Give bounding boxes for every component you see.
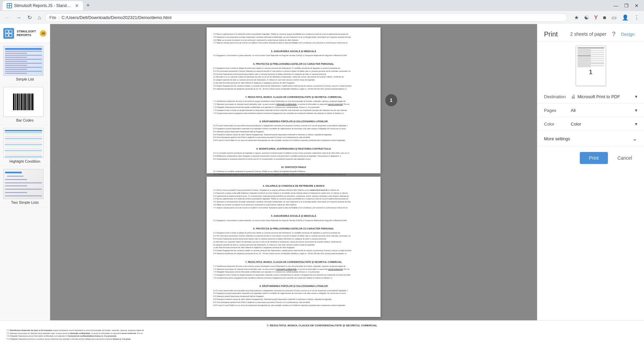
sidebar-item-label-bar-codes: Bar Codes xyxy=(3,118,46,122)
destination-label: Destination xyxy=(544,94,567,99)
address-url: C:/Users/Dell/Downloads/Demo202321/Demo/… xyxy=(62,15,172,20)
tab-close-button[interactable]: ✕ xyxy=(75,3,79,8)
more-settings-button[interactable]: More settings ⌄ xyxy=(537,131,644,146)
section9-title: 9. MODIFICAREA, SUSPENDAREA ȘI ÎNCETAREA… xyxy=(213,147,374,151)
minimize-button[interactable]: — xyxy=(611,2,621,10)
thumb-line-16 xyxy=(577,62,604,63)
color-dropdown-button[interactable]: ▾ xyxy=(635,121,637,127)
thumb-line-6 xyxy=(577,52,604,53)
thumb-line-20 xyxy=(577,66,591,67)
tab-title: Stimulsoft Reports.JS - Standalon... xyxy=(14,3,73,8)
profile-button[interactable]: 👤 xyxy=(620,13,631,22)
sidebar-item-bar-codes[interactable]: Bar Codes xyxy=(0,84,50,125)
sidebar-item-highlight-condition[interactable]: Highlight Condition xyxy=(0,125,50,166)
forward-button[interactable]: → xyxy=(14,13,23,22)
color-value: Color ▾ xyxy=(571,121,637,127)
svg-rect-1 xyxy=(10,4,11,5)
printer-icon: 🖨 xyxy=(571,94,575,99)
restore-button[interactable]: ❐ xyxy=(622,2,631,10)
sidebar-item-label-two-simple-lists: Two Simple Lists xyxy=(3,200,46,204)
address-protocol: File xyxy=(49,15,57,20)
address-separator: | xyxy=(59,15,60,20)
sidebar: STIMULSOFT REPORTS JS xyxy=(0,24,50,320)
sidebar-item-simple-list[interactable]: Simple List xyxy=(0,43,50,84)
extensions-button[interactable]: ☯ xyxy=(582,13,591,22)
highlight-thumb xyxy=(3,128,43,158)
page2-section6-title: 6. PROTECȚIA ȘI PRELUCRAREA DATELOR CU C… xyxy=(213,227,374,230)
new-tab-button[interactable]: + xyxy=(83,1,93,10)
destination-value: 🖨 Microsoft Print to PDF ▾ xyxy=(571,94,637,99)
puzzle-button[interactable]: ■ xyxy=(601,13,608,22)
section6-title: 6. PROTECȚIA ȘI PRELUCRAREA DATELOR CU C… xyxy=(213,62,374,66)
pages-dropdown-button[interactable]: ▾ xyxy=(635,108,637,113)
bottom-text-area: 7. REZULTATUL MUNCII, CLAUZA DE CONFIDEN… xyxy=(0,320,644,344)
yandex-button[interactable]: Y xyxy=(592,13,600,22)
print-thumbnail-area: 1 xyxy=(537,42,644,90)
page2-section8-title: 8. RĂSPUNDEREA PÁRȚILOR ȘI SOLUȚIONAREA … xyxy=(213,284,374,288)
menu-button[interactable]: ⋮ xyxy=(632,13,641,22)
cancel-button[interactable]: Cancel xyxy=(612,152,637,164)
window-controls: — ❐ ✕ xyxy=(611,2,641,10)
color-label: Color xyxy=(544,122,567,127)
thumb-line-8 xyxy=(577,54,604,55)
design-button[interactable]: Design xyxy=(619,30,637,38)
back-button[interactable]: ← xyxy=(3,13,12,22)
destination-dropdown-button[interactable]: ▾ xyxy=(635,94,637,99)
thumb-line-1 xyxy=(577,47,604,48)
thumb-line-11 xyxy=(577,57,591,58)
section5-title: 5. ASIGURAREA SOCIALĂ ȘI MEDICALĂ xyxy=(213,49,374,53)
print-help-button[interactable]: ? xyxy=(609,29,619,39)
pages-label: Pages xyxy=(544,108,567,113)
destination-text: Microsoft Print to PDF xyxy=(577,94,620,99)
main-area: STIMULSOFT REPORTS JS xyxy=(0,24,644,320)
thumb-line-18 xyxy=(577,64,591,65)
sidebar-header: STIMULSOFT REPORTS JS xyxy=(0,24,50,43)
page-1-nav: 1 xyxy=(385,94,397,106)
close-window-button[interactable]: ✕ xyxy=(632,2,641,10)
print-button[interactable]: Print xyxy=(580,152,608,164)
thumb-line-3 xyxy=(577,49,591,50)
home-button[interactable]: ⌂ xyxy=(36,13,43,22)
page2-section4-title: 4. SALARIILE ȘI CONDIȚIILE DE RETRIBUIRE… xyxy=(213,184,374,188)
thumb-line-10 xyxy=(577,56,604,57)
reload-button[interactable]: ↻ xyxy=(25,13,34,22)
pages-text: All xyxy=(571,108,575,113)
bar-codes-thumb xyxy=(3,87,43,117)
print-thumbnail: 1 xyxy=(576,46,606,86)
thumb-line-19 xyxy=(577,65,604,66)
print-footer: Print Cancel xyxy=(537,146,644,169)
simple-list-thumb xyxy=(3,46,43,76)
split-button[interactable]: ▭ xyxy=(610,13,619,22)
destination-section[interactable]: Destination 🖨 Microsoft Print to PDF ▾ xyxy=(537,90,644,104)
thumb-line-5 xyxy=(577,51,591,52)
page2-section5-title: 5. ASIGURAREA SOCIALĂ ȘI MEDICALĂ xyxy=(213,214,374,218)
color-section[interactable]: Color Color ▾ xyxy=(537,117,644,131)
document-page-2: 4. SALARIILE ȘI CONDIȚIILE DE RETRIBUIRE… xyxy=(207,177,381,317)
bottom-section-title: 7. REZULTATUL MUNCII, CLAUZA DE CONFIDEN… xyxy=(7,324,637,327)
page2-section7-title: 7. REZULTATUL MUNCII, CLAUZA DE CONFIDEN… xyxy=(213,260,374,264)
document-area[interactable]: 4.4 Munca suplimentară va fi retribuită … xyxy=(50,24,537,320)
svg-rect-6 xyxy=(5,34,8,37)
svg-rect-0 xyxy=(7,4,9,5)
svg-rect-5 xyxy=(9,30,12,33)
pages-value: All ▾ xyxy=(571,108,637,113)
bookmark-button[interactable]: ★ xyxy=(572,13,581,22)
thumb-line-9 xyxy=(577,55,591,56)
tab-favicon xyxy=(7,3,12,8)
more-settings-chevron: ⌄ xyxy=(632,135,637,142)
browser-action-buttons: ★ ☯ Y ■ ▭ 👤 ⋮ xyxy=(572,13,641,22)
sidebar-item-two-simple-lists[interactable]: Two Simple Lists xyxy=(0,166,50,207)
color-text: Color xyxy=(571,122,581,127)
browser-chrome: Stimulsoft Reports.JS - Standalon... ✕ +… xyxy=(0,0,644,24)
section7-title: 7. REZULTATUL MUNCII, CLAUZA DE CONFIDEN… xyxy=(213,95,374,99)
thumb-page-number: 1 xyxy=(577,69,604,76)
section8-title: 8. RĂSPUNDEREA PĂRȚILOR ȘI SOLUȚIONAREA … xyxy=(213,120,374,123)
more-settings-label: More settings xyxy=(544,136,632,141)
pages-section[interactable]: Pages All ▾ xyxy=(537,104,644,117)
logo-icon xyxy=(3,28,14,39)
page2-content: 4. SALARIILE ȘI CONDIȚIILE DE RETRIBUIRE… xyxy=(213,184,374,307)
address-bar[interactable]: File | C:/Users/Dell/Downloads/Demo20232… xyxy=(45,13,567,22)
logo-text-line2: REPORTS xyxy=(17,33,36,37)
document-page-1: 4.4 Munca suplimentară va fi retribuită … xyxy=(207,27,381,173)
active-tab[interactable]: Stimulsoft Reports.JS - Standalon... ✕ xyxy=(3,1,83,10)
